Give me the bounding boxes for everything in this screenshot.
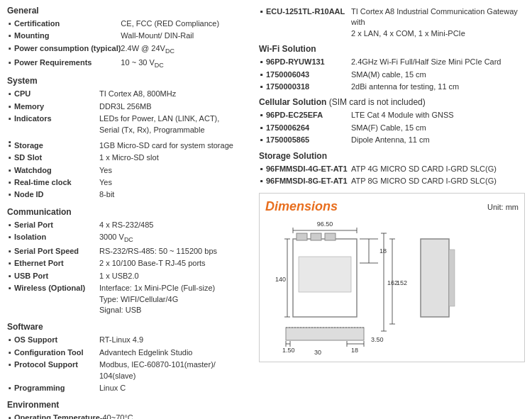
isolation-value: 3000 VDC xyxy=(99,231,252,245)
table-row: Isolation 3000 VDC xyxy=(7,231,252,245)
table-row: ▪1750005865 Dipole Antenna, 11 cm xyxy=(259,134,525,146)
dimensions-svg: 96.50 18 140 162 xyxy=(272,218,513,356)
table-row: ▪1750006264 SMA(F) Cable, 15 cm xyxy=(259,122,525,134)
stor-p2-label: ▪96FMMSDI-8G-ET-AT1 xyxy=(259,175,351,187)
table-row: Wireless (Optional) Interface: 1x Mini-P… xyxy=(7,282,252,316)
table-row: Memory DDR3L 256MB xyxy=(7,101,252,113)
cell-p1-label: ▪96PD-EC25EFA xyxy=(259,109,351,121)
config-tool-label: Configuration Tool xyxy=(7,347,99,359)
stor-p1-value: ATP 4G MICRO SD CARD I-GRD SLC(G) xyxy=(351,163,525,175)
svg-rect-1 xyxy=(297,233,307,240)
svg-rect-20 xyxy=(421,239,449,317)
software-title: Software xyxy=(7,322,252,332)
table-row: ▪96PD-EC25EFA LTE Cat 4 Module with GNSS xyxy=(259,109,525,121)
table-row: ▪ ECU-1251TL-R10AAL TI Cortex A8 Industr… xyxy=(259,6,525,40)
table-row: Node ID 8-bit xyxy=(7,189,252,201)
indicators-value: LEDs for Power, LAN (LINK, ACT),Serial (… xyxy=(99,113,252,136)
config-tool-value: Advantech Edgelink Studio xyxy=(99,347,252,359)
table-row: Operating Temperature -40~70°C xyxy=(7,412,252,419)
table-row: ▪96FMMSDI-8G-ET-AT1 ATP 8G MICRO SD CARD… xyxy=(259,175,525,187)
stor-p2-value: ATP 8G MICRO SD CARD I-GRD SLC(G) xyxy=(351,175,525,187)
storage-solution-table: ▪96FMMSDI-4G-ET-AT1 ATP 4G MICRO SD CARD… xyxy=(259,163,525,188)
rtc-value: Yes xyxy=(99,177,252,189)
usb-value: 1 x USB2.0 xyxy=(99,270,252,282)
serial-port-label: Serial Port xyxy=(7,219,99,231)
sd-slot-value: 1 x Micro-SD slot xyxy=(99,152,252,164)
table-row: Mounting Wall-Mount/ DIN-Rail xyxy=(7,30,252,42)
sd-slot-label: SD Slot xyxy=(7,152,99,164)
ecu-value: TI Cortex A8 Industrial Communication Ga… xyxy=(351,6,525,40)
dim-30: 30 xyxy=(314,349,321,356)
isolation-label: Isolation xyxy=(7,231,99,245)
wireless-label: Wireless (Optional) xyxy=(7,282,99,316)
wifi-p1-label: ▪96PD-RYUW131 xyxy=(259,56,351,68)
table-row: Power Requirements 10 ~ 30 VDC xyxy=(7,57,252,71)
os-value: RT-Linux 4.9 xyxy=(99,334,252,346)
table-row: Configuration Tool Advantech Edgelink St… xyxy=(7,347,252,359)
cpu-value: TI Cortex A8, 800MHz xyxy=(99,88,252,100)
svg-rect-2 xyxy=(311,233,321,240)
cell-p2-value: SMA(F) Cable, 15 cm xyxy=(351,122,525,134)
general-title: General xyxy=(7,6,252,16)
dim-1-50: 1.50 xyxy=(282,347,295,354)
communication-table: Serial Port 4 x RS-232/485 Isolation 300… xyxy=(7,219,252,317)
software-table: OS Support RT-Linux 4.9 Configuration To… xyxy=(7,334,252,394)
table-row: SD Slot 1 x Micro-SD slot xyxy=(7,152,252,164)
system-table: CPU TI Cortex A8, 800MHz Memory DDR3L 25… xyxy=(7,88,252,201)
table-row: ▪96PD-RYUW131 2.4GHz Wi-Fi Full/Half Siz… xyxy=(259,56,525,68)
wifi-table: ▪96PD-RYUW131 2.4GHz Wi-Fi Full/Half Siz… xyxy=(259,56,525,93)
table-row: CPU TI Cortex A8, 800MHz xyxy=(7,88,252,100)
table-row: USB Port 1 x USB2.0 xyxy=(7,270,252,282)
cell-p2-label: ▪1750006264 xyxy=(259,122,351,134)
memory-value: DDR3L 256MB xyxy=(99,101,252,113)
os-label: OS Support xyxy=(7,334,99,346)
dim-152: 152 xyxy=(397,279,407,286)
mounting-label: Mounting xyxy=(7,30,121,42)
cell-p3-value: Dipole Antenna, 11 cm xyxy=(351,134,525,146)
table-row: ▪1750006043 SMA(M) cable, 15 cm xyxy=(259,69,525,81)
table-row: Protocol Support Modbus, IEC-60870-101(m… xyxy=(7,359,252,382)
cellular-table: ▪96PD-EC25EFA LTE Cat 4 Module with GNSS… xyxy=(259,109,525,146)
protocol-value: Modbus, IEC-60870-101(master)/ 104(slave… xyxy=(99,359,252,382)
table-row: ▪96FMMSDI-4G-ET-AT1 ATP 4G MICRO SD CARD… xyxy=(259,163,525,175)
general-table: Certification CE, FCC (RED Compliance) M… xyxy=(7,18,252,70)
power-consumption-value: 2.4W @ 24VDC xyxy=(121,43,252,57)
serial-port-value: 4 x RS-232/485 xyxy=(99,219,252,231)
dim-140: 140 xyxy=(275,276,286,283)
table-row: Serial Port Speed RS-232/RS-485: 50 ~ 11… xyxy=(7,245,252,257)
power-consumption-label: Power consumption (typical) xyxy=(7,43,121,57)
memory-label: Memory xyxy=(7,101,99,113)
node-id-value: 8-bit xyxy=(99,189,252,201)
dimensions-box: Dimensions Unit: mm xyxy=(259,193,525,362)
table-row: Storage 1GB Micro-SD card for system sto… xyxy=(7,140,252,152)
dimensions-title: Dimensions xyxy=(265,199,338,214)
wireless-value: Interface: 1x Mini-PCIe (Full-size)Type:… xyxy=(99,282,252,316)
usb-label: USB Port xyxy=(7,270,99,282)
wifi-p3-label: ▪1750000318 xyxy=(259,81,351,93)
svg-rect-4 xyxy=(299,257,351,292)
dim-width: 96.50 xyxy=(316,220,333,228)
svg-rect-22 xyxy=(286,328,364,340)
programming-value: Linux C xyxy=(99,382,252,394)
table-row: Serial Port 4 x RS-232/485 xyxy=(7,219,252,231)
ethernet-label: Ethernet Port xyxy=(7,257,99,269)
power-req-value: 10 ~ 30 VDC xyxy=(121,57,252,71)
right-column: ▪ ECU-1251TL-R10AAL TI Cortex A8 Industr… xyxy=(259,6,525,419)
stor-p1-label: ▪96FMMSDI-4G-ET-AT1 xyxy=(259,163,351,175)
rtc-label: Real-time clock xyxy=(7,177,99,189)
environment-table: Operating Temperature -40~70°C Storage T… xyxy=(7,412,252,419)
dimensions-diagram: 96.50 18 140 162 xyxy=(265,218,519,356)
cellular-note-text: (SIM card is not included) xyxy=(329,97,426,107)
serial-speed-value: RS-232/RS-485: 50 ~ 115200 bps xyxy=(99,245,252,257)
cert-label: Certification xyxy=(7,18,121,30)
table-row: ▪1750000318 2dBi antenna for testing, 11… xyxy=(259,81,525,93)
cell-p1-value: LTE Cat 4 Module with GNSS xyxy=(351,109,525,121)
storage-solution-title: Storage Solution xyxy=(259,151,525,161)
table-row: Watchdog Yes xyxy=(7,164,252,177)
table-row: Real-time clock Yes xyxy=(7,177,252,189)
dim-3-50: 3.50 xyxy=(371,336,384,343)
cell-p3-label: ▪1750005865 xyxy=(259,134,351,146)
communication-title: Communication xyxy=(7,207,252,217)
ethernet-value: 2 x 10/100 Base-T RJ-45 ports xyxy=(99,257,252,269)
table-row: Power consumption (typical) 2.4W @ 24VDC xyxy=(7,43,252,57)
